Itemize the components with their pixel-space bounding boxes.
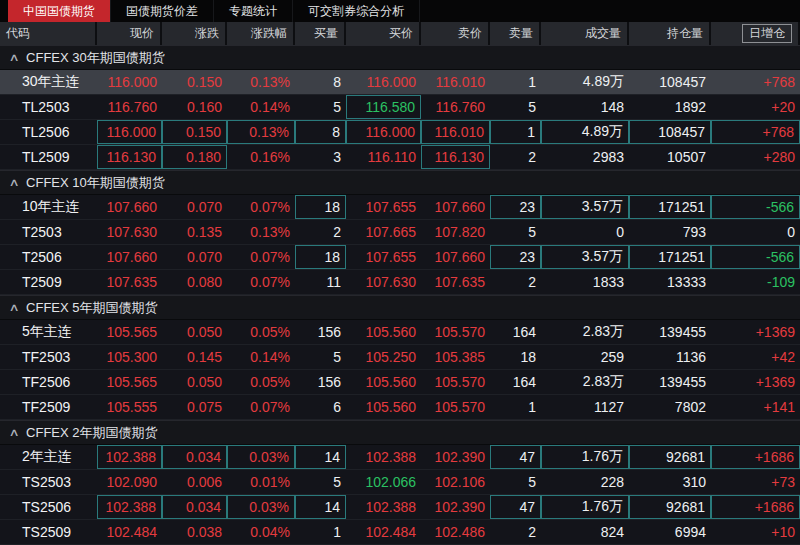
tab-4[interactable]: 可交割券综合分析	[293, 0, 420, 22]
cell-change-pct: 0.01%	[227, 470, 295, 494]
cell-ask-vol: 2	[490, 520, 541, 544]
cell-open-interest: 108457	[629, 120, 711, 144]
section-header-1[interactable]: ∧ CFFEX 30年期国债期货	[0, 45, 800, 70]
cell-volume: 228	[541, 470, 629, 494]
cell-volume: 0	[541, 220, 629, 244]
cell-bid-vol: 8	[295, 120, 346, 144]
cell-ask-vol: 5	[490, 470, 541, 494]
cell-oi-change: +73	[711, 470, 800, 494]
section-header-3[interactable]: ∧ CFFEX 5年期国债期货	[0, 295, 800, 320]
contract-code: 30年主连	[0, 70, 97, 94]
cell-bid: 107.655	[346, 245, 421, 269]
tab-1[interactable]: 中国国债期货	[8, 0, 111, 22]
cell-change: 0.075	[162, 395, 227, 419]
tab-bar: 中国国债期货国债期货价差专题统计可交割券综合分析	[0, 0, 800, 22]
section-header-2[interactable]: ∧ CFFEX 10年期国债期货	[0, 170, 800, 195]
cell-change-pct: 0.13%	[227, 120, 295, 144]
cell-last: 116.760	[97, 95, 162, 119]
cell-open-interest: 171251	[629, 245, 711, 269]
cell-volume: 259	[541, 345, 629, 369]
column-header-change[interactable]: 涨跌	[162, 22, 227, 45]
cell-change: 0.034	[162, 445, 227, 469]
cell-oi-change: +42	[711, 345, 800, 369]
cell-bid-vol: 18	[295, 195, 346, 219]
table-row-10年主连[interactable]: 10年主连107.6600.0700.07%18107.655107.66023…	[0, 195, 800, 220]
cell-bid-vol: 1	[295, 520, 346, 544]
column-header-volume[interactable]: 成交量	[541, 22, 629, 45]
cell-oi-change: -566	[711, 245, 800, 269]
column-header-oi-change[interactable]: 日增仓	[711, 22, 800, 45]
cell-change: 0.150	[162, 120, 227, 144]
table-row-TS2509[interactable]: TS2509102.4840.0380.04%1102.484102.48628…	[0, 520, 800, 545]
cell-change-pct: 0.07%	[227, 395, 295, 419]
column-header-code[interactable]: 代码	[0, 22, 97, 45]
section-title: CFFEX 30年期国债期货	[26, 49, 165, 67]
table-row-TF2506[interactable]: TF2506105.5650.0500.05%156105.560105.570…	[0, 370, 800, 395]
column-header-ask[interactable]: 卖价	[421, 22, 490, 45]
cell-change: 0.050	[162, 370, 227, 394]
cell-ask-vol: 5	[490, 220, 541, 244]
tab-3[interactable]: 专题统计	[214, 0, 293, 22]
table-row-TS2503[interactable]: TS2503102.0900.0060.01%5102.066102.10652…	[0, 470, 800, 495]
cell-bid: 105.560	[346, 320, 421, 344]
cell-last: 105.555	[97, 395, 162, 419]
table-row-TS2506[interactable]: TS2506102.3880.0340.03%14102.388102.3904…	[0, 495, 800, 520]
cell-bid-vol: 11	[295, 270, 346, 294]
cell-change: 0.070	[162, 195, 227, 219]
cell-bid-vol: 14	[295, 445, 346, 469]
table-row-TL2509[interactable]: TL2509116.1300.1800.16%3116.110116.13022…	[0, 145, 800, 170]
table-row-5年主连[interactable]: 5年主连105.5650.0500.05%156105.560105.57016…	[0, 320, 800, 345]
table-row-T2509[interactable]: T2509107.6350.0800.07%11107.630107.63521…	[0, 270, 800, 295]
table-row-TF2503[interactable]: TF2503105.3000.1450.14%5105.250105.38518…	[0, 345, 800, 370]
cell-last: 107.630	[97, 220, 162, 244]
cell-ask-vol: 5	[490, 95, 541, 119]
cell-ask-vol: 23	[490, 245, 541, 269]
table-row-T2503[interactable]: T2503107.6300.1350.13%2107.665107.820507…	[0, 220, 800, 245]
table-row-T2506[interactable]: T2506107.6600.0700.07%18107.655107.66023…	[0, 245, 800, 270]
cell-bid: 107.655	[346, 195, 421, 219]
cell-open-interest: 793	[629, 220, 711, 244]
cell-ask: 116.130	[421, 145, 490, 169]
cell-ask: 116.010	[421, 70, 490, 94]
cell-bid: 105.250	[346, 345, 421, 369]
cell-volume: 2.83万	[541, 370, 629, 394]
table-row-TL2506[interactable]: TL2506116.0000.1500.13%8116.000116.01014…	[0, 120, 800, 145]
contract-code: TS2509	[0, 520, 97, 544]
column-header-bid-vol[interactable]: 买量	[295, 22, 346, 45]
cell-change: 0.080	[162, 270, 227, 294]
column-header-ask-vol[interactable]: 卖量	[490, 22, 541, 45]
contract-code: TS2506	[0, 495, 97, 519]
cell-volume: 2.83万	[541, 320, 629, 344]
table-row-TL2503[interactable]: TL2503116.7600.1600.14%5116.580116.76051…	[0, 95, 800, 120]
cell-change: 0.050	[162, 320, 227, 344]
cell-volume: 2983	[541, 145, 629, 169]
cell-bid: 116.580	[346, 95, 421, 119]
cell-oi-change: -109	[711, 270, 800, 294]
cell-change-pct: 0.07%	[227, 245, 295, 269]
cell-ask: 107.660	[421, 245, 490, 269]
tab-2[interactable]: 国债期货价差	[111, 0, 214, 22]
table-row-30年主连[interactable]: 30年主连116.0000.1500.13%8116.000116.01014.…	[0, 70, 800, 95]
chevron-up-icon: ∧	[8, 176, 19, 189]
cell-oi-change: +1686	[711, 495, 800, 519]
cell-ask-vol: 1	[490, 395, 541, 419]
cell-last: 102.090	[97, 470, 162, 494]
cell-last: 102.388	[97, 445, 162, 469]
column-header-bid[interactable]: 买价	[346, 22, 421, 45]
cell-bid: 116.110	[346, 145, 421, 169]
cell-bid: 116.000	[346, 70, 421, 94]
cell-bid-vol: 2	[295, 220, 346, 244]
section-header-4[interactable]: ∧ CFFEX 2年期国债期货	[0, 420, 800, 445]
table-row-2年主连[interactable]: 2年主连102.3880.0340.03%14102.388102.390471…	[0, 445, 800, 470]
cell-oi-change: +20	[711, 95, 800, 119]
cell-change-pct: 0.05%	[227, 370, 295, 394]
cell-bid-vol: 156	[295, 370, 346, 394]
table-row-TF2509[interactable]: TF2509105.5550.0750.07%6105.560105.57011…	[0, 395, 800, 420]
cell-open-interest: 10507	[629, 145, 711, 169]
cell-ask-vol: 164	[490, 370, 541, 394]
column-header-last[interactable]: 现价	[97, 22, 162, 45]
column-header-open-interest[interactable]: 持仓量	[629, 22, 711, 45]
contract-code: TF2509	[0, 395, 97, 419]
column-header-change-pct[interactable]: 涨跌幅	[227, 22, 295, 45]
cell-volume: 148	[541, 95, 629, 119]
